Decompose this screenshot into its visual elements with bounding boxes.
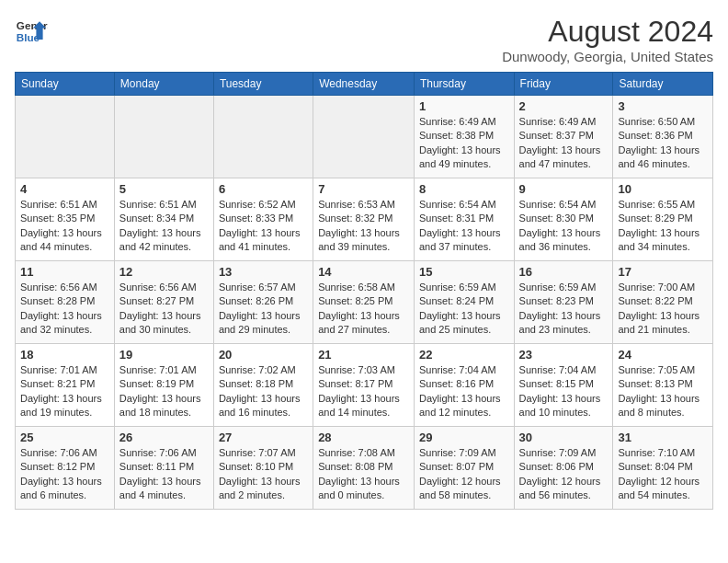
day-number: 12 xyxy=(119,265,209,279)
day-info: Sunrise: 6:58 AMSunset: 8:25 PMDaylight:… xyxy=(318,281,409,338)
day-number: 25 xyxy=(20,431,109,444)
day-cell xyxy=(114,96,213,178)
weekday-thursday: Thursday xyxy=(414,73,514,96)
day-cell xyxy=(16,96,115,178)
day-cell: 26Sunrise: 7:06 AMSunset: 8:11 PMDayligh… xyxy=(114,427,213,510)
day-number: 17 xyxy=(618,265,708,279)
calendar: SundayMondayTuesdayWednesdayThursdayFrid… xyxy=(15,72,713,510)
day-cell: 19Sunrise: 7:01 AMSunset: 8:19 PMDayligh… xyxy=(114,344,213,427)
day-number: 3 xyxy=(618,99,708,113)
day-number: 4 xyxy=(20,182,109,196)
day-info: Sunrise: 6:59 AMSunset: 8:24 PMDaylight:… xyxy=(419,281,509,338)
day-cell: 21Sunrise: 7:03 AMSunset: 8:17 PMDayligh… xyxy=(313,344,415,427)
day-cell: 6Sunrise: 6:52 AMSunset: 8:33 PMDaylight… xyxy=(213,178,313,261)
day-number: 19 xyxy=(119,348,209,362)
weekday-sunday: Sunday xyxy=(16,73,115,96)
day-number: 18 xyxy=(20,348,109,362)
day-info: Sunrise: 7:06 AMSunset: 8:12 PMDaylight:… xyxy=(20,446,109,503)
day-info: Sunrise: 6:56 AMSunset: 8:28 PMDaylight:… xyxy=(20,281,109,338)
day-info: Sunrise: 7:07 AMSunset: 8:10 PMDaylight:… xyxy=(219,446,308,503)
header: General Blue August 2024 Dunwoody, Georg… xyxy=(15,15,713,64)
weekday-header: SundayMondayTuesdayWednesdayThursdayFrid… xyxy=(16,73,713,96)
day-number: 31 xyxy=(618,431,708,444)
calendar-body: 1Sunrise: 6:49 AMSunset: 8:38 PMDaylight… xyxy=(16,96,713,510)
day-info: Sunrise: 7:10 AMSunset: 8:04 PMDaylight:… xyxy=(618,446,708,503)
day-info: Sunrise: 6:51 AMSunset: 8:35 PMDaylight:… xyxy=(20,198,109,255)
day-info: Sunrise: 6:50 AMSunset: 8:36 PMDaylight:… xyxy=(618,115,708,172)
day-cell: 7Sunrise: 6:53 AMSunset: 8:32 PMDaylight… xyxy=(313,178,415,261)
day-cell: 28Sunrise: 7:08 AMSunset: 8:08 PMDayligh… xyxy=(313,427,415,510)
weekday-friday: Friday xyxy=(514,73,613,96)
day-cell: 3Sunrise: 6:50 AMSunset: 8:36 PMDaylight… xyxy=(613,96,713,178)
day-cell: 24Sunrise: 7:05 AMSunset: 8:13 PMDayligh… xyxy=(613,344,713,427)
day-number: 14 xyxy=(318,265,409,279)
day-number: 24 xyxy=(618,348,708,362)
day-cell: 25Sunrise: 7:06 AMSunset: 8:12 PMDayligh… xyxy=(16,427,115,510)
day-cell: 5Sunrise: 6:51 AMSunset: 8:34 PMDaylight… xyxy=(114,178,213,261)
day-cell: 4Sunrise: 6:51 AMSunset: 8:35 PMDaylight… xyxy=(16,178,115,261)
day-cell: 11Sunrise: 6:56 AMSunset: 8:28 PMDayligh… xyxy=(16,261,115,344)
day-cell: 27Sunrise: 7:07 AMSunset: 8:10 PMDayligh… xyxy=(213,427,313,510)
day-cell: 9Sunrise: 6:54 AMSunset: 8:30 PMDaylight… xyxy=(514,178,613,261)
day-cell: 23Sunrise: 7:04 AMSunset: 8:15 PMDayligh… xyxy=(514,344,613,427)
day-cell: 30Sunrise: 7:09 AMSunset: 8:06 PMDayligh… xyxy=(514,427,613,510)
week-row-1: 1Sunrise: 6:49 AMSunset: 8:38 PMDaylight… xyxy=(16,96,713,178)
day-number: 15 xyxy=(419,265,509,279)
day-cell: 15Sunrise: 6:59 AMSunset: 8:24 PMDayligh… xyxy=(414,261,514,344)
day-number: 10 xyxy=(618,182,708,196)
day-info: Sunrise: 7:05 AMSunset: 8:13 PMDaylight:… xyxy=(618,363,708,420)
day-info: Sunrise: 6:53 AMSunset: 8:32 PMDaylight:… xyxy=(318,198,409,255)
week-row-2: 4Sunrise: 6:51 AMSunset: 8:35 PMDaylight… xyxy=(16,178,713,261)
weekday-tuesday: Tuesday xyxy=(213,73,313,96)
week-row-3: 11Sunrise: 6:56 AMSunset: 8:28 PMDayligh… xyxy=(16,261,713,344)
day-cell: 22Sunrise: 7:04 AMSunset: 8:16 PMDayligh… xyxy=(414,344,514,427)
day-info: Sunrise: 7:04 AMSunset: 8:15 PMDaylight:… xyxy=(519,363,609,420)
subtitle: Dunwoody, Georgia, United States xyxy=(502,49,713,64)
main-title: August 2024 xyxy=(502,15,713,49)
day-info: Sunrise: 6:54 AMSunset: 8:30 PMDaylight:… xyxy=(519,198,609,255)
day-number: 28 xyxy=(318,431,409,444)
day-number: 1 xyxy=(419,99,509,113)
day-cell: 16Sunrise: 6:59 AMSunset: 8:23 PMDayligh… xyxy=(514,261,613,344)
day-cell: 29Sunrise: 7:09 AMSunset: 8:07 PMDayligh… xyxy=(414,427,514,510)
day-info: Sunrise: 6:55 AMSunset: 8:29 PMDaylight:… xyxy=(618,198,708,255)
week-row-4: 18Sunrise: 7:01 AMSunset: 8:21 PMDayligh… xyxy=(16,344,713,427)
day-cell: 12Sunrise: 6:56 AMSunset: 8:27 PMDayligh… xyxy=(114,261,213,344)
day-info: Sunrise: 7:00 AMSunset: 8:22 PMDaylight:… xyxy=(618,281,708,338)
day-info: Sunrise: 7:01 AMSunset: 8:19 PMDaylight:… xyxy=(119,363,209,420)
day-number: 16 xyxy=(519,265,609,279)
day-number: 13 xyxy=(219,265,308,279)
day-cell: 8Sunrise: 6:54 AMSunset: 8:31 PMDaylight… xyxy=(414,178,514,261)
day-number: 22 xyxy=(419,348,509,362)
day-number: 23 xyxy=(519,348,609,362)
day-info: Sunrise: 6:51 AMSunset: 8:34 PMDaylight:… xyxy=(119,198,209,255)
day-info: Sunrise: 6:57 AMSunset: 8:26 PMDaylight:… xyxy=(219,281,308,338)
day-number: 21 xyxy=(318,348,409,362)
day-cell: 18Sunrise: 7:01 AMSunset: 8:21 PMDayligh… xyxy=(16,344,115,427)
day-number: 9 xyxy=(519,182,609,196)
day-info: Sunrise: 7:01 AMSunset: 8:21 PMDaylight:… xyxy=(20,363,109,420)
day-cell xyxy=(213,96,313,178)
day-number: 6 xyxy=(219,182,308,196)
logo: General Blue xyxy=(15,15,48,48)
day-cell: 1Sunrise: 6:49 AMSunset: 8:38 PMDaylight… xyxy=(414,96,514,178)
day-number: 7 xyxy=(318,182,409,196)
day-info: Sunrise: 7:08 AMSunset: 8:08 PMDaylight:… xyxy=(318,446,409,503)
day-number: 30 xyxy=(519,431,609,444)
title-area: August 2024 Dunwoody, Georgia, United St… xyxy=(502,15,713,64)
day-number: 5 xyxy=(119,182,209,196)
day-number: 29 xyxy=(419,431,509,444)
day-info: Sunrise: 7:04 AMSunset: 8:16 PMDaylight:… xyxy=(419,363,509,420)
weekday-monday: Monday xyxy=(114,73,213,96)
day-info: Sunrise: 6:59 AMSunset: 8:23 PMDaylight:… xyxy=(519,281,609,338)
day-info: Sunrise: 6:56 AMSunset: 8:27 PMDaylight:… xyxy=(119,281,209,338)
weekday-saturday: Saturday xyxy=(613,73,713,96)
weekday-wednesday: Wednesday xyxy=(313,73,415,96)
day-info: Sunrise: 7:06 AMSunset: 8:11 PMDaylight:… xyxy=(119,446,209,503)
day-info: Sunrise: 7:09 AMSunset: 8:06 PMDaylight:… xyxy=(519,446,609,503)
day-info: Sunrise: 6:54 AMSunset: 8:31 PMDaylight:… xyxy=(419,198,509,255)
day-info: Sunrise: 7:03 AMSunset: 8:17 PMDaylight:… xyxy=(318,363,409,420)
day-info: Sunrise: 6:49 AMSunset: 8:37 PMDaylight:… xyxy=(519,115,609,172)
day-info: Sunrise: 7:02 AMSunset: 8:18 PMDaylight:… xyxy=(219,363,308,420)
day-cell: 20Sunrise: 7:02 AMSunset: 8:18 PMDayligh… xyxy=(213,344,313,427)
